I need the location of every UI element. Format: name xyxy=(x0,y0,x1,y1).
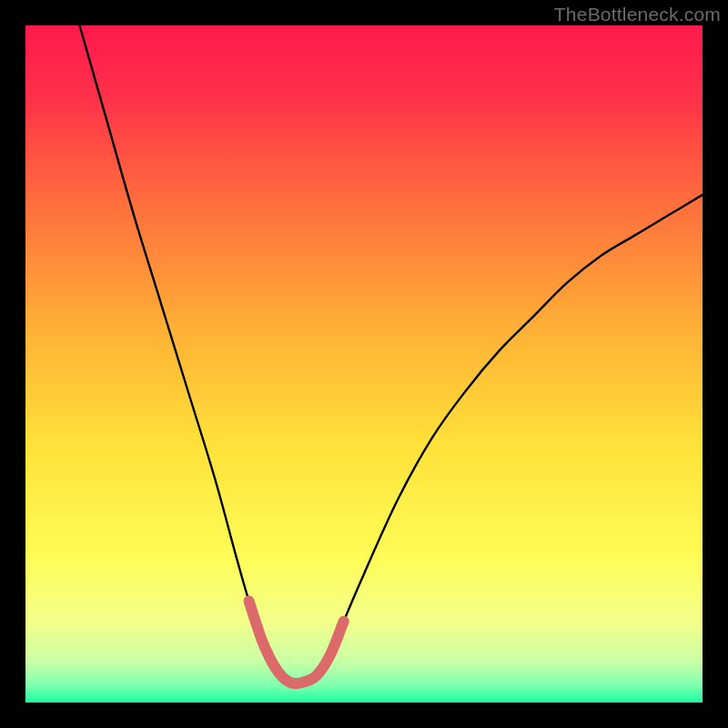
gradient-background xyxy=(25,25,703,703)
watermark-text: TheBottleneck.com xyxy=(554,4,721,25)
chart-frame xyxy=(25,25,703,703)
bottleneck-chart xyxy=(25,25,703,703)
